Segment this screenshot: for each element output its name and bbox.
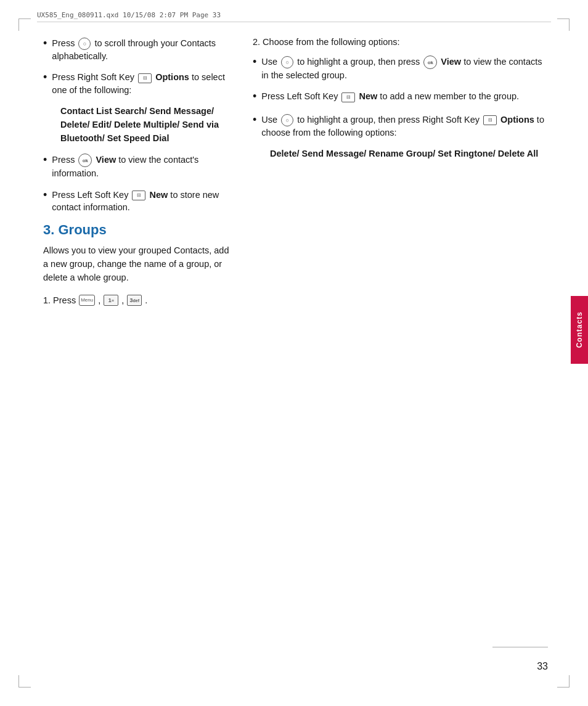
press-label: 1. Press <box>43 293 76 308</box>
r-bullet-left-soft-new: Press Left Soft Key ⊟ New to add a new m… <box>261 90 519 102</box>
page-number: 33 <box>537 661 548 672</box>
bullet-scroll: Press ○ to scroll through your Contacts … <box>52 37 234 62</box>
list-item: Press Left Soft Key ⊟ New to store new c… <box>43 189 234 214</box>
right-bullet-list: Use ○ to highlight a group, then press o… <box>253 55 548 139</box>
ok-icon: ok <box>78 154 92 167</box>
r-ok-icon: ok <box>423 55 437 69</box>
key1-icon: 1≡ <box>104 295 118 306</box>
list-item: Press Right Soft Key ⊟ Options to select… <box>43 71 234 96</box>
page-header: UX585_Eng_080911.qxd 10/15/08 2:07 PM Pa… <box>37 11 551 22</box>
key3-icon: 3def <box>127 295 142 306</box>
groups-description: Allows you to view your grouped Contacts… <box>43 244 234 284</box>
list-item: Use ○ to highlight a group, then press R… <box>253 113 548 139</box>
main-content: Press ○ to scroll through your Contacts … <box>43 37 548 657</box>
list-item: Press ○ to scroll through your Contacts … <box>43 37 234 62</box>
r-right-softkey-icon: ⊟ <box>483 115 497 125</box>
r-circle-icon-1: ○ <box>281 56 293 68</box>
r-left-softkey-icon: ⊟ <box>341 92 355 102</box>
left-bullet-list-2: Press ok View to view the contact's info… <box>43 154 234 213</box>
contacts-side-tab: Contacts <box>571 296 588 364</box>
corner-tr <box>557 18 570 31</box>
left-column: Press ○ to scroll through your Contacts … <box>43 37 234 657</box>
bullet-right-soft: Press Right Soft Key ⊟ Options to select… <box>52 71 234 96</box>
scroll-circle-icon: ○ <box>78 38 91 50</box>
press-sequence: 1. Press Menu , 1≡ , 3def . <box>43 293 234 308</box>
r-circle-icon-2: ○ <box>281 114 293 126</box>
groups-heading: 3. Groups <box>43 222 234 238</box>
r-bullet-use-view: Use ○ to highlight a group, then press o… <box>261 55 548 81</box>
left-softkey-icon: ⊟ <box>132 191 145 200</box>
menu-icon: Menu <box>79 295 95 306</box>
corner-bl <box>18 675 31 688</box>
bullet-view: Press ok View to view the contact's info… <box>52 154 234 179</box>
list-item: Use ○ to highlight a group, then press o… <box>253 55 548 81</box>
corner-br <box>557 675 570 688</box>
right-column: 2. Choose from the following options: Us… <box>253 37 548 657</box>
r-bullet-use-options: Use ○ to highlight a group, then press R… <box>261 113 548 139</box>
side-tab-label: Contacts <box>575 311 584 348</box>
contact-options-text: Contact List Search/ Send Message/ Delet… <box>60 105 234 145</box>
list-item: Press ok View to view the contact's info… <box>43 154 234 179</box>
list-item: Press Left Soft Key ⊟ New to add a new m… <box>253 90 548 104</box>
bullet-left-soft-new: Press Left Soft Key ⊟ New to store new c… <box>52 189 234 214</box>
delete-options-text: Delete/ Send Message/ Rename Group/ Set … <box>270 147 548 161</box>
left-bullet-list: Press ○ to scroll through your Contacts … <box>43 37 234 96</box>
corner-tl <box>18 18 31 31</box>
right-softkey-icon: ⊟ <box>138 73 152 83</box>
choose-options-intro: 2. Choose from the following options: <box>253 37 548 47</box>
